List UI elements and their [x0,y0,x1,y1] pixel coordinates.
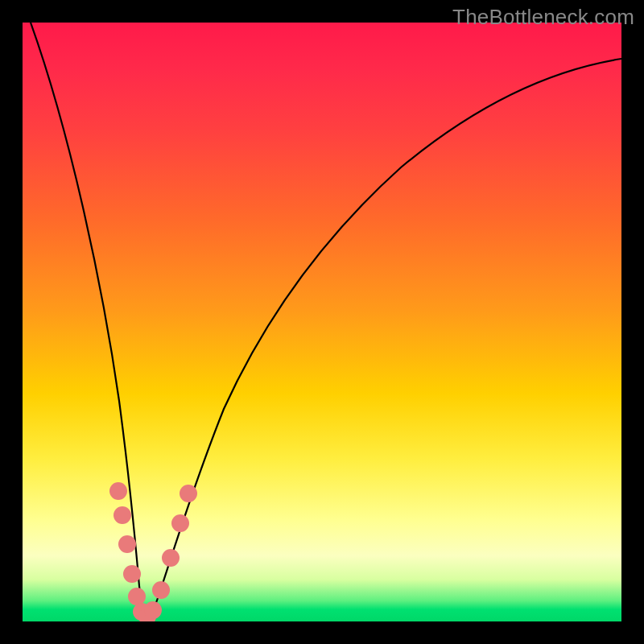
bottleneck-curve-svg [23,23,621,621]
chart-container: TheBottleneck.com [0,0,644,644]
svg-point-4 [128,588,146,605]
svg-point-11 [180,485,197,502]
svg-point-2 [118,535,136,553]
svg-point-7 [144,601,162,619]
svg-point-10 [171,514,189,532]
near-zero-markers [109,482,197,621]
svg-point-0 [109,482,127,500]
plot-area [23,23,621,621]
svg-point-8 [152,581,170,599]
bottleneck-curve [31,23,621,618]
svg-point-1 [114,506,131,524]
watermark-text: TheBottleneck.com [452,5,634,30]
svg-point-3 [123,565,141,583]
svg-point-9 [162,549,180,567]
